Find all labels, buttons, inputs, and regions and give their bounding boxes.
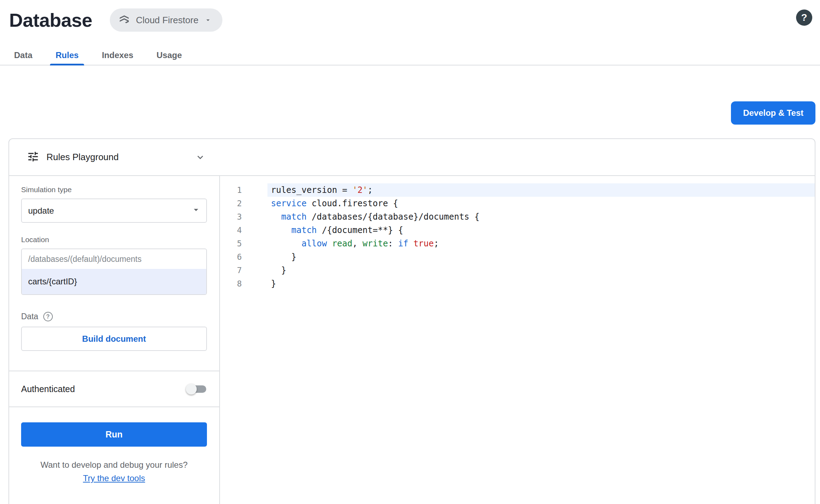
chevron-down-icon [195,152,206,163]
card-body: Simulation type update Location /databas… [9,176,815,504]
code-line: 7 } [220,264,815,277]
line-number: 3 [220,210,242,223]
line-number: 2 [220,197,242,210]
simulation-type-select[interactable]: update [21,199,207,223]
develop-test-button[interactable]: Develop & Test [731,101,815,125]
code-lines: 1rules_version = '2';2service cloud.fire… [220,183,815,290]
code-text: match /{document=**} { [267,223,815,237]
toggle-thumb [186,384,197,395]
tab-bar: Data Rules Indexes Usage [0,45,820,65]
simulation-type-label: Simulation type [21,185,207,194]
code-text: } [267,277,815,290]
devtools-prompt: Want to develop and debug your rules? [21,460,207,470]
code-line: 5 allow read, write: if true; [220,237,815,250]
card-header: Rules Playground [9,139,815,176]
app-header: Database Cloud Firestore ? [0,0,820,34]
code-text: match /databases/{database}/documents { [267,210,815,223]
chevron-down-icon [204,16,212,24]
line-number: 6 [220,250,242,264]
authenticated-row: Authenticated [9,371,219,407]
help-glyph: ? [801,12,807,23]
tab-data[interactable]: Data [11,45,36,65]
tune-icon [27,150,39,164]
code-text: allow read, write: if true; [267,237,815,250]
chevron-down-icon [191,204,201,217]
tab-rules[interactable]: Rules [52,45,82,65]
code-text: } [267,250,815,264]
code-line: 3 match /databases/{database}/documents … [220,210,815,223]
product-selector-label: Cloud Firestore [136,15,198,26]
line-number: 1 [220,183,242,197]
authenticated-label: Authenticated [21,384,75,394]
rules-playground-panel: Simulation type update Location /databas… [9,176,220,504]
code-text: rules_version = '2'; [267,183,815,197]
data-label: Data [21,312,38,321]
code-line: 6 } [220,250,815,264]
rules-editor[interactable]: 1rules_version = '2';2service cloud.fire… [220,176,815,504]
line-number: 7 [220,264,242,277]
location-label: Location [21,235,207,244]
help-button[interactable]: ? [796,10,812,26]
data-help-icon[interactable]: ? [43,312,53,321]
simulation-type-value: update [28,206,54,216]
build-document-button[interactable]: Build document [21,327,207,351]
tab-usage[interactable]: Usage [153,45,185,65]
tab-indexes[interactable]: Indexes [98,45,137,65]
database-product-selector[interactable]: Cloud Firestore [110,8,222,32]
line-number: 5 [220,237,242,250]
line-number: 8 [220,277,242,290]
page-title: Database [9,9,92,31]
code-line: 1rules_version = '2'; [220,183,815,197]
location-input[interactable]: carts/{cartID} [22,269,206,294]
playground-header: Rules Playground [9,139,220,175]
location-prefix: /databases/(default)/documents [22,249,206,269]
rules-card: Rules Playground Simulation type update … [8,138,815,504]
code-line: 2service cloud.firestore { [220,197,815,210]
code-line: 8} [220,277,815,290]
playground-title: Rules Playground [46,152,119,163]
line-number: 4 [220,223,242,237]
code-text: service cloud.firestore { [267,197,815,210]
code-line: 4 match /{document=**} { [220,223,815,237]
code-text: } [267,264,815,277]
location-field: /databases/(default)/documents carts/{ca… [21,248,207,295]
collapse-playground-button[interactable] [195,152,206,163]
devtools-link[interactable]: Try the dev tools [21,473,207,483]
firestore-icon [118,14,130,26]
authenticated-toggle[interactable] [187,385,206,393]
run-button[interactable]: Run [21,422,207,447]
